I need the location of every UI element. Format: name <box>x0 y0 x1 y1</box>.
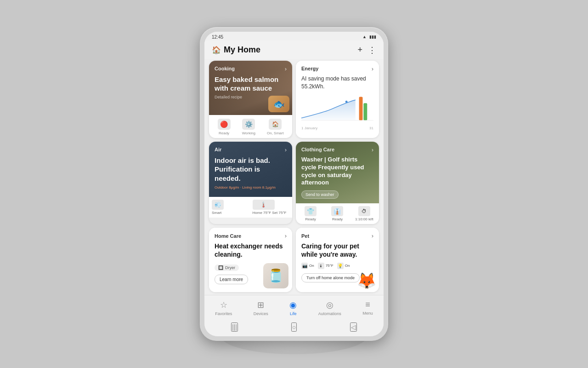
pet-status-2: 🌡 75°F <box>318 263 334 269</box>
dog-illustration: 🦊 <box>357 273 376 288</box>
battery-icon: ▮▮▮ <box>369 34 376 39</box>
air-appliance-icon-1: 💨 <box>212 200 224 210</box>
dryer-icon: 🔲 <box>218 265 223 270</box>
pet-status-1: 📷 On <box>301 263 314 269</box>
cooking-chevron-icon: › <box>285 65 287 72</box>
status-bar: 12:45 ▲ ▮▮▮ <box>204 32 384 40</box>
air-appliance-label-2: Home 75°F Set 75°F <box>253 211 287 215</box>
clothing-appliance-icon-1: 👕 <box>305 206 317 216</box>
clothing-title: Washer | Golf shirts cycle Frequently us… <box>301 156 373 187</box>
air-chevron-icon: › <box>285 146 287 153</box>
pet-status-text-1: On <box>309 264 314 268</box>
add-button[interactable]: + <box>357 45 362 55</box>
nav-automations[interactable]: ◎ Automations <box>315 299 345 317</box>
life-icon: ◉ <box>289 300 297 310</box>
automations-label: Automations <box>318 311 341 316</box>
nav-devices[interactable]: ⊞ Devices <box>250 299 272 317</box>
turn-off-home-alone-button[interactable]: Turn off home alone mode <box>301 273 360 282</box>
learn-more-button[interactable]: Learn more <box>215 275 248 284</box>
homecare-label: Home Care <box>215 233 241 239</box>
air-card[interactable]: Air › Indoor air is bad. Purification is… <box>209 142 292 224</box>
clothing-appliances: 👕 Ready 👔 Ready ⏱ 1:10:00 left <box>296 203 379 224</box>
cooking-label: Cooking <box>215 66 235 71</box>
clothing-card[interactable]: Clothing Care › Washer | Golf shirts cyc… <box>296 142 379 224</box>
signal-icon: ▲ <box>362 34 367 39</box>
automations-icon: ◎ <box>326 300 334 310</box>
pet-status-3: 💡 On <box>337 263 350 269</box>
menu-button[interactable]: ⋮ <box>368 45 376 55</box>
air-appliance-2: 🌡️ Home 75°F Set 75°F <box>253 200 290 215</box>
air-appliances: 💨 Smart 🌡️ Home 75°F Set 75°F <box>209 197 292 218</box>
menu-icon: ≡ <box>365 300 370 310</box>
clothing-label: Clothing Care <box>301 147 334 152</box>
pet-status-icon-2: 🌡 <box>318 263 324 269</box>
air-title: Indoor air is bad. Purification is neede… <box>215 156 287 183</box>
android-recent-button[interactable]: ||| <box>231 322 238 332</box>
pet-status-row: 📷 On 🌡 75°F 💡 On <box>301 263 373 269</box>
header-left: 🏠 My Home <box>212 45 260 55</box>
header-actions: + ⋮ <box>357 45 376 55</box>
svg-rect-1 <box>359 97 363 121</box>
chart-labels: 1 January 31 <box>301 126 373 130</box>
status-time: 12:45 <box>212 34 223 40</box>
air-outdoor-info: Outdoor 8μg/m · Living room 8.1μg/m <box>215 185 287 190</box>
nav-menu[interactable]: ≡ Menu <box>359 299 377 317</box>
homecare-title: Heat exchanger needs cleaning. <box>215 242 287 259</box>
energy-card[interactable]: Energy › AI saving mode has saved 55.2kW… <box>296 61 379 138</box>
nav-life[interactable]: ◉ Life <box>286 299 300 317</box>
energy-chevron-icon: › <box>372 65 373 72</box>
pet-card[interactable]: Pet › Caring for your pet while you're a… <box>296 228 379 292</box>
cooking-card[interactable]: 🐟 Cooking › Easy baked salmon with cream… <box>209 61 292 138</box>
bottom-nav: ☆ Favorites ⊞ Devices ◉ Life ◎ Automatio… <box>204 295 384 319</box>
life-label: Life <box>290 311 297 316</box>
chart-start-label: 1 January <box>301 126 317 130</box>
homecare-card[interactable]: Home Care › Heat exchanger needs cleanin… <box>209 228 292 292</box>
page-title: My Home <box>224 45 260 55</box>
energy-chart <box>301 93 373 125</box>
clothing-appliance-1: 👕 Ready <box>299 206 322 221</box>
android-back-button[interactable]: ◁ <box>350 322 357 332</box>
cooking-subtitle: Detailed recipe <box>215 95 287 99</box>
android-nav-bar: ||| ○ ◁ <box>204 319 384 336</box>
svg-point-0 <box>345 101 348 103</box>
pet-status-icon-3: 💡 <box>337 263 344 269</box>
appliance-status-2: Working <box>242 131 255 135</box>
homecare-card-content: Home Care › Heat exchanger needs cleanin… <box>209 228 292 292</box>
appliance-icon-1: 🔴 <box>218 119 231 130</box>
devices-icon: ⊞ <box>257 300 264 310</box>
pet-card-content: Pet › Caring for your pet while you're a… <box>296 228 379 292</box>
clothing-status-1: Ready <box>305 217 316 221</box>
clothing-appliance-3: ⏱ 1:10:00 left <box>352 206 376 221</box>
svg-rect-2 <box>363 104 367 121</box>
clothing-appliance-icon-3: ⏱ <box>358 206 370 216</box>
nav-favorites[interactable]: ☆ Favorites <box>211 299 236 317</box>
tablet-screen: 12:45 ▲ ▮▮▮ 🏠 My Home + ⋮ <box>204 32 384 337</box>
air-appliance-icon-2: 🌡️ <box>253 200 275 210</box>
chart-end-label: 31 <box>369 126 373 130</box>
android-home-button[interactable]: ○ <box>291 322 297 332</box>
send-to-washer-button[interactable]: Send to washer <box>301 190 339 199</box>
clothing-status-3: 1:10:00 left <box>355 217 373 221</box>
clothing-status-2: Ready <box>332 217 343 221</box>
tablet-outer: 12:45 ▲ ▮▮▮ 🏠 My Home + ⋮ <box>200 27 388 341</box>
pet-status-text-3: On <box>345 264 350 268</box>
home-icon: 🏠 <box>212 46 221 54</box>
clothing-appliance-icon-2: 👔 <box>331 206 343 216</box>
washer-image: 🫙 <box>263 263 288 288</box>
cooking-card-image: 🐟 Cooking › Easy baked salmon with cream… <box>209 61 292 115</box>
energy-card-content: Energy › AI saving mode has saved 55.2kW… <box>296 61 379 135</box>
appliance-status-1: Ready <box>219 131 229 135</box>
pet-chevron-icon: › <box>372 232 373 239</box>
appliance-item-2: ⚙️ Working <box>242 119 255 135</box>
favorites-icon: ☆ <box>220 300 227 310</box>
menu-label: Menu <box>362 311 373 316</box>
app-header: 🏠 My Home + ⋮ <box>204 40 384 59</box>
appliance-icon-3: 🏠 <box>269 119 282 130</box>
clothing-card-content: Clothing Care › Washer | Golf shirts cyc… <box>296 142 379 204</box>
pet-label: Pet <box>301 233 309 239</box>
air-appliance-label-1: Smart <box>212 211 221 215</box>
clothing-appliance-2: 👔 Ready <box>325 206 349 221</box>
appliance-icon-2: ⚙️ <box>242 119 255 130</box>
pet-status-text-2: 75°F <box>326 264 334 268</box>
appliance-item-3: 🏠 On, Smart <box>267 119 283 135</box>
